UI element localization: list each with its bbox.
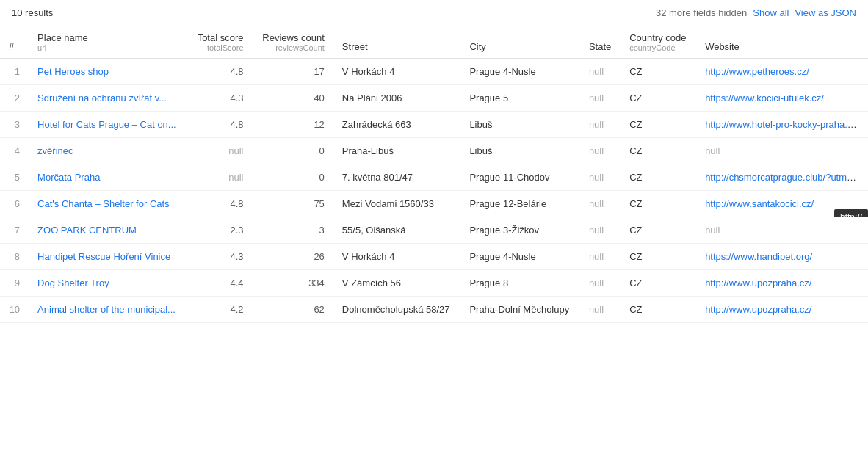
table-row: 3Hotel for Cats Prague – Cat on...4.812Z… <box>0 112 868 138</box>
street-cell: Na Pláni 2006 <box>333 85 461 112</box>
place-name-cell[interactable]: Pet Heroes shop <box>29 59 187 85</box>
place-name-link[interactable]: Hotel for Cats Prague – Cat on... <box>37 119 176 130</box>
website-link[interactable]: http://www.hotel-pro-kocky-praha.cz/ <box>705 119 859 130</box>
state-cell: null <box>580 138 621 164</box>
col-state: State <box>580 26 621 59</box>
total-score-cell: null <box>187 164 252 191</box>
place-name-cell[interactable]: Handipet Rescue Hoření Vinice <box>29 244 187 270</box>
state-cell: null <box>580 59 621 85</box>
city-cell: Libuš <box>460 112 580 138</box>
country-code-cell: CZ <box>621 191 696 217</box>
street-cell: Dolnoměcholupská 58/27 <box>333 297 461 323</box>
place-name-link[interactable]: Handipet Rescue Hoření Vinice <box>37 251 170 262</box>
top-bar-right: 32 more fields hidden Show all View as J… <box>656 7 856 18</box>
city-cell: Prague 8 <box>460 270 580 297</box>
street-cell: Zahrádecká 663 <box>333 112 461 138</box>
street-cell: Mezi Vodami 1560/33 <box>333 191 461 217</box>
website-link[interactable]: http://chsmorcatprague.club/?utm_source=… <box>705 172 868 183</box>
country-code-cell: CZ <box>621 244 696 270</box>
row-number: 3 <box>0 112 29 138</box>
total-score-cell: 4.3 <box>187 244 252 270</box>
place-name-link[interactable]: Sdružení na ochranu zvířat v... <box>37 92 167 103</box>
table-row: 7ZOO PARK CENTRUM2.3355/5, OlšanskáPragu… <box>0 217 868 244</box>
street-cell: Praha-Libuš <box>333 138 461 164</box>
place-name-link[interactable]: Cat's Chanta – Shelter for Cats <box>37 198 170 209</box>
table-wrapper: # Place name url Total score totalScore … <box>0 26 868 323</box>
reviews-count-cell: 0 <box>253 164 333 191</box>
state-cell: null <box>580 85 621 112</box>
col-street: Street <box>333 26 461 59</box>
website-link[interactable]: http://www.santakocici.cz/ <box>705 198 814 209</box>
table-row: 4zvěřinecnull0Praha-LibušLibušnullCZnull <box>0 138 868 164</box>
website-link[interactable]: http://www.upozpraha.cz/ <box>705 277 811 288</box>
city-cell: Prague 4-Nusle <box>460 244 580 270</box>
website-cell[interactable]: http://chsmorcatprague.club/?utm_source=… <box>696 164 868 191</box>
street-cell: 7. května 801/47 <box>333 164 461 191</box>
website-link[interactable]: http://www.upozpraha.cz/ <box>705 304 811 315</box>
place-name-link[interactable]: Dog Shelter Troy <box>37 277 109 288</box>
website-cell[interactable]: https://www.kocici-utulek.cz/ <box>696 85 868 112</box>
place-name-cell[interactable]: ZOO PARK CENTRUM <box>29 217 187 244</box>
place-name-cell[interactable]: zvěřinec <box>29 138 187 164</box>
country-code-cell: CZ <box>621 164 696 191</box>
website-link[interactable]: https://www.handipet.org/ <box>705 251 812 262</box>
show-all-link[interactable]: Show all <box>753 7 789 18</box>
website-cell: null <box>696 138 868 164</box>
reviews-count-cell: 26 <box>253 244 333 270</box>
website-cell[interactable]: http://www.upozpraha.cz/ <box>696 297 868 323</box>
city-cell: Prague 4-Nusle <box>460 59 580 85</box>
country-code-cell: CZ <box>621 112 696 138</box>
place-name-link[interactable]: ZOO PARK CENTRUM <box>37 225 137 236</box>
total-score-cell: 4.4 <box>187 270 252 297</box>
website-cell[interactable]: http://www.petheroes.cz/ <box>696 59 868 85</box>
row-number: 6 <box>0 191 29 217</box>
website-link[interactable]: http://www.petheroes.cz/ <box>705 66 809 77</box>
place-name-cell[interactable]: Morčata Praha <box>29 164 187 191</box>
row-number: 1 <box>0 59 29 85</box>
col-website: Website <box>696 26 868 59</box>
place-name-link[interactable]: Pet Heroes shop <box>37 66 109 77</box>
website-cell[interactable]: http://www.santakocici.cz/http:// <box>696 191 868 217</box>
place-name-cell[interactable]: Cat's Chanta – Shelter for Cats <box>29 191 187 217</box>
place-name-cell[interactable]: Sdružení na ochranu zvířat v... <box>29 85 187 112</box>
top-bar: 10 results 32 more fields hidden Show al… <box>0 0 868 26</box>
total-score-cell: 4.3 <box>187 85 252 112</box>
total-score-cell: null <box>187 138 252 164</box>
place-name-cell[interactable]: Hotel for Cats Prague – Cat on... <box>29 112 187 138</box>
table-row: 8Handipet Rescue Hoření Vinice4.326V Hor… <box>0 244 868 270</box>
place-name-cell[interactable]: Animal shelter of the municipal... <box>29 297 187 323</box>
city-cell: Praha-Dolní Měcholupy <box>460 297 580 323</box>
header-row: # Place name url Total score totalScore … <box>0 26 868 59</box>
website-cell[interactable]: http://www.hotel-pro-kocky-praha.cz/ <box>696 112 868 138</box>
reviews-count-cell: 17 <box>253 59 333 85</box>
place-name-cell[interactable]: Dog Shelter Troy <box>29 270 187 297</box>
place-name-link[interactable]: zvěřinec <box>37 145 73 156</box>
website-cell[interactable]: https://www.handipet.org/ <box>696 244 868 270</box>
table-body: 1Pet Heroes shop4.817V Horkách 4Prague 4… <box>0 59 868 323</box>
reviews-count-cell: 0 <box>253 138 333 164</box>
city-cell: Prague 11-Chodov <box>460 164 580 191</box>
website-link[interactable]: https://www.kocici-utulek.cz/ <box>705 92 824 103</box>
view-as-json-link[interactable]: View as JSON <box>795 7 856 18</box>
country-code-cell: CZ <box>621 138 696 164</box>
country-code-cell: CZ <box>621 85 696 112</box>
total-score-cell: 4.8 <box>187 191 252 217</box>
reviews-count-cell: 75 <box>253 191 333 217</box>
state-cell: null <box>580 270 621 297</box>
hidden-fields-label: 32 more fields hidden <box>656 7 747 18</box>
row-number: 9 <box>0 270 29 297</box>
state-cell: null <box>580 164 621 191</box>
total-score-cell: 4.2 <box>187 297 252 323</box>
state-cell: null <box>580 112 621 138</box>
place-name-link[interactable]: Animal shelter of the municipal... <box>37 304 176 315</box>
place-name-link[interactable]: Morčata Praha <box>37 172 100 183</box>
website-cell[interactable]: http://www.upozpraha.cz/ <box>696 270 868 297</box>
table-row: 9Dog Shelter Troy4.4334V Zámcích 56Pragu… <box>0 270 868 297</box>
street-cell: V Horkách 4 <box>333 59 461 85</box>
state-cell: null <box>580 217 621 244</box>
country-code-cell: CZ <box>621 270 696 297</box>
row-number: 8 <box>0 244 29 270</box>
table-row: 2Sdružení na ochranu zvířat v...4.340Na … <box>0 85 868 112</box>
table-header: # Place name url Total score totalScore … <box>0 26 868 59</box>
results-count: 10 results <box>12 7 53 18</box>
